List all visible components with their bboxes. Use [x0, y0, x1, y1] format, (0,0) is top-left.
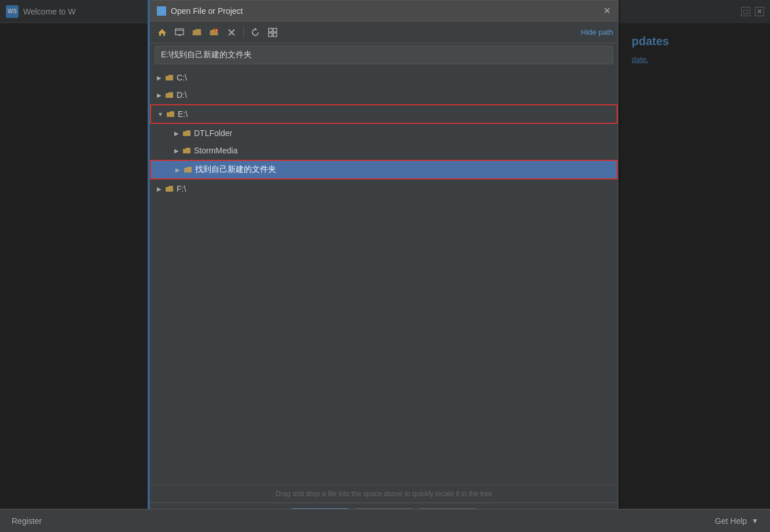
toolbar-window-button[interactable]	[172, 25, 187, 40]
hide-path-button[interactable]: Hide path	[581, 28, 613, 36]
home-icon	[157, 28, 167, 37]
svg-rect-14	[273, 28, 277, 32]
tree-arrow-dtlfolder: ▶	[173, 130, 180, 137]
tree-arrow-chinese-folder: ▶	[174, 166, 181, 173]
tree-item-e[interactable]: ▼ E:\	[151, 105, 617, 123]
tree-arrow-stormmedia: ▶	[173, 147, 180, 154]
svg-rect-18	[166, 93, 173, 98]
toolbar-starred-folder-button[interactable]: ★	[207, 25, 222, 40]
tree-item-stormmedia[interactable]: ▶ StormMedia	[150, 142, 618, 159]
toolbar-home-button[interactable]	[155, 25, 170, 40]
svg-rect-16	[273, 33, 277, 36]
tree-arrow-e: ▼	[157, 111, 164, 118]
tree-item-d[interactable]: ▶ D:\	[150, 86, 618, 104]
register-label[interactable]: Register	[12, 516, 42, 526]
tree-label-c: C:\	[177, 73, 187, 82]
toolbar-delete-button[interactable]	[224, 25, 239, 40]
svg-rect-21	[183, 149, 190, 153]
dialog-title-icon	[157, 6, 166, 16]
dialog-close-button[interactable]: ✕	[603, 6, 611, 16]
toolbar-refresh-button[interactable]	[248, 25, 263, 40]
folder-icon-stormmedia	[182, 146, 192, 155]
svg-marker-12	[254, 28, 257, 30]
tree-label-stormmedia: StormMedia	[194, 146, 237, 155]
folder-icon-d	[165, 91, 174, 99]
grid-icon	[268, 28, 277, 37]
refresh-icon	[251, 28, 260, 37]
svg-rect-17	[166, 76, 173, 80]
tree-item-c[interactable]: ▶ C:\	[150, 69, 618, 86]
svg-rect-0	[159, 9, 164, 13]
open-file-dialog: Open File or Project ✕	[149, 0, 618, 532]
dialog-title-group: Open File or Project	[157, 6, 243, 16]
tree-label-d: D:\	[177, 90, 187, 100]
svg-rect-3	[175, 29, 184, 35]
get-help-chevron: ▼	[751, 517, 758, 525]
dialog-toolbar: ★ Hide path	[150, 21, 618, 43]
folder-open-icon	[192, 28, 201, 36]
toolbar-open-folder-button[interactable]	[189, 25, 204, 40]
file-tree[interactable]: ▶ C:\ ▶ D:\ ▼ E:\	[150, 67, 618, 485]
folder-star-icon: ★	[210, 28, 219, 36]
tree-arrow-d: ▶	[156, 91, 163, 98]
bottom-bar: Register Get Help ▼	[0, 509, 770, 532]
toolbar-separator	[243, 27, 244, 38]
svg-rect-22	[184, 168, 192, 173]
bottom-right: Get Help ▼	[715, 516, 758, 526]
tree-label-chinese-folder: 找到自己新建的文件夹	[195, 164, 276, 175]
tree-label-dtlfolder: DTLFolder	[194, 129, 232, 138]
get-help-label[interactable]: Get Help	[715, 516, 747, 526]
tree-label-f: F:\	[177, 184, 186, 193]
folder-icon-f	[165, 185, 174, 193]
tree-item-chinese-folder-container: ▶ 找到自己新建的文件夹	[150, 160, 618, 179]
tree-item-dtlfolder[interactable]: ▶ DTLFolder	[150, 124, 618, 142]
drag-hint: Drag and drop a file into the space abov…	[150, 485, 618, 502]
tree-arrow-f: ▶	[156, 185, 163, 192]
monitor-icon	[175, 28, 184, 36]
svg-rect-13	[269, 28, 272, 32]
tree-label-e: E:\	[178, 109, 188, 119]
dialog-titlebar: Open File or Project ✕	[150, 1, 618, 21]
toolbar-grid-button[interactable]	[265, 25, 280, 40]
tree-item-e-container: ▼ E:\	[150, 104, 618, 124]
svg-marker-2	[158, 29, 166, 36]
path-bar[interactable]: E:\找到自己新建的文件夹	[155, 46, 613, 64]
folder-icon-e	[166, 110, 175, 118]
path-value: E:\找到自己新建的文件夹	[161, 50, 252, 60]
svg-rect-15	[269, 33, 272, 36]
tree-item-chinese-folder[interactable]: ▶ 找到自己新建的文件夹	[151, 161, 617, 178]
tree-item-f[interactable]: ▶ F:\	[150, 180, 618, 197]
svg-rect-20	[183, 131, 190, 136]
folder-icon-chinese-folder	[184, 166, 193, 174]
delete-icon	[228, 28, 236, 36]
dialog-title-text: Open File or Project	[171, 6, 243, 16]
folder-icon-dtlfolder	[182, 129, 192, 137]
folder-icon-c	[165, 74, 174, 82]
svg-rect-19	[167, 112, 174, 117]
svg-text:★: ★	[215, 29, 218, 32]
tree-arrow-c: ▶	[156, 74, 163, 81]
svg-rect-23	[166, 187, 173, 192]
